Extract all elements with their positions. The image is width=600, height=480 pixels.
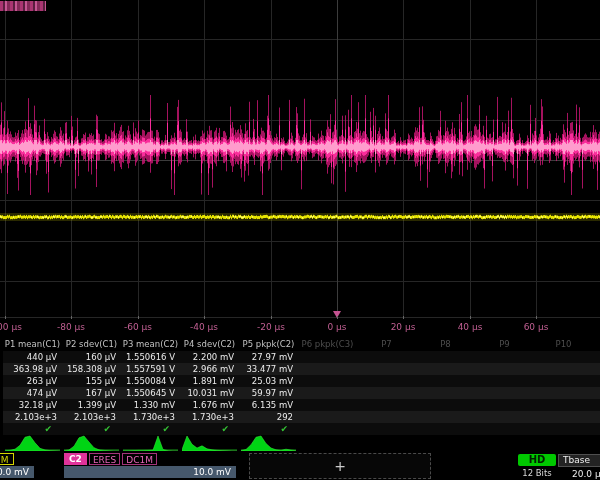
- channel-c2-descriptor[interactable]: C2 ERESDC1M 10.0 mV: [64, 453, 236, 479]
- measure-value-cell: 1.550616 V: [121, 351, 180, 363]
- histicon-cell: [416, 434, 475, 452]
- hd-mode-badge[interactable]: HD 12 Bits: [518, 454, 556, 478]
- measure-column-header[interactable]: P6 pkpk(C3): [298, 338, 357, 351]
- measure-value-cell: [593, 363, 600, 375]
- measure-value-cell: [416, 411, 475, 423]
- measure-column-header[interactable]: P5 pkpk(C2): [239, 338, 298, 351]
- measure-value-cell: [357, 411, 416, 423]
- histicon-row: [3, 434, 600, 452]
- histicon-chart: [123, 434, 178, 451]
- channel-c1-scale[interactable]: 10.0 mV: [0, 466, 34, 478]
- channel-c2-tag[interactable]: DC1M: [122, 453, 157, 465]
- measure-value-cell: 1.557591 V: [121, 363, 180, 375]
- measure-value-cell: [298, 351, 357, 363]
- measure-column-header[interactable]: P4 sdev(C2): [180, 338, 239, 351]
- measure-column-header[interactable]: P10: [534, 338, 593, 351]
- measure-value-cell: [475, 399, 534, 411]
- waveform-graticule[interactable]: [0, 0, 600, 318]
- histicon-cell: [475, 434, 534, 452]
- histicon-cell[interactable]: [180, 434, 239, 452]
- measure-value-cell: 2.966 mV: [180, 363, 239, 375]
- measure-value-cell: 1.550645 V: [121, 387, 180, 399]
- measure-value-cell: 59.97 mV: [239, 387, 298, 399]
- measure-column-header[interactable]: P1 mean(C1): [3, 338, 62, 351]
- histicon-cell[interactable]: [239, 434, 298, 452]
- measure-value-cell: 158.308 µV: [62, 363, 121, 375]
- channel-c2-scale[interactable]: 10.0 mV: [64, 466, 236, 478]
- histicon-cell: [298, 434, 357, 452]
- measure-column-header[interactable]: P11: [593, 338, 600, 351]
- timebase-label: Tbase: [558, 454, 600, 467]
- time-axis-label: 40 µs: [458, 322, 483, 332]
- measure-value-cell: [298, 387, 357, 399]
- measure-value-cell: [534, 363, 593, 375]
- measure-value-cell: 440 µV: [3, 351, 62, 363]
- measure-value-cell: [416, 363, 475, 375]
- measure-value-cell: [475, 363, 534, 375]
- unreadable-trace-label-badge: [0, 1, 46, 11]
- measure-value-cell: [416, 375, 475, 387]
- timebase-descriptor[interactable]: Tbase 20.0 µs: [558, 454, 600, 480]
- measure-value-cell: [534, 375, 593, 387]
- measure-value-cell: 155 µV: [62, 375, 121, 387]
- channel-c2-badge[interactable]: C2: [64, 453, 87, 465]
- add-trace-button[interactable]: +: [249, 453, 431, 479]
- measure-value-cell: [475, 387, 534, 399]
- time-axis-tick: [470, 316, 471, 319]
- measure-value-cell: 1.399 µV: [62, 399, 121, 411]
- time-axis-label: -40 µs: [190, 322, 218, 332]
- channel-c1-header: C1 DC1M: [0, 453, 34, 465]
- measure-value-cell: [593, 387, 600, 399]
- measure-value-cell: 10.031 mV: [180, 387, 239, 399]
- histicon-cell[interactable]: [121, 434, 180, 452]
- measure-value-cell: 263 µV: [3, 375, 62, 387]
- histicon-cell: [534, 434, 593, 452]
- timebase-axis: -100 µs-80 µs-60 µs-40 µs-20 µs0 µs20 µs…: [0, 318, 600, 338]
- time-axis-label: -80 µs: [57, 322, 85, 332]
- measure-column-header[interactable]: P9: [475, 338, 534, 351]
- time-axis-label: 0 µs: [327, 322, 346, 332]
- oscilloscope-screen: -100 µs-80 µs-60 µs-40 µs-20 µs0 µs20 µs…: [0, 0, 600, 480]
- measure-value-row: 363.98 µV158.308 µV1.557591 V2.966 mV33.…: [3, 363, 600, 375]
- measure-value-cell: [357, 399, 416, 411]
- timebase-value: 20.0 µs: [558, 468, 600, 480]
- histicon-cell[interactable]: [62, 434, 121, 452]
- histicon-cell: [593, 434, 600, 452]
- histicon-cell[interactable]: [3, 434, 62, 452]
- measure-value-cell: [534, 387, 593, 399]
- measure-value-cell: 27.97 mV: [239, 351, 298, 363]
- histicon-chart: [241, 434, 296, 451]
- measure-value-row: 263 µV155 µV1.550084 V1.891 mV25.03 mV: [3, 375, 600, 387]
- time-axis-tick: [204, 316, 205, 319]
- hd-bits-label: 12 Bits: [518, 468, 556, 478]
- measure-value-cell: [593, 375, 600, 387]
- measure-value-cell: [593, 399, 600, 411]
- measure-value-cell: 292: [239, 411, 298, 423]
- channel-c1-coupling[interactable]: DC1M: [0, 453, 14, 465]
- measure-column-header[interactable]: P2 sdev(C1): [62, 338, 121, 351]
- measure-value-cell: 2.103e+3: [3, 411, 62, 423]
- measure-column-header[interactable]: P3 mean(C2): [121, 338, 180, 351]
- measure-value-cell: [593, 351, 600, 363]
- measure-value-cell: 167 µV: [62, 387, 121, 399]
- measure-value-cell: [593, 411, 600, 423]
- measure-value-cell: [298, 411, 357, 423]
- histicon-chart: [64, 434, 119, 451]
- measure-column-header[interactable]: P8: [416, 338, 475, 351]
- measure-value-cell: [534, 411, 593, 423]
- measure-value-cell: 33.477 mV: [239, 363, 298, 375]
- measure-value-cell: 1.891 mV: [180, 375, 239, 387]
- channel-c2-tag[interactable]: ERES: [89, 453, 120, 465]
- time-axis-tick: [536, 316, 537, 319]
- channel-c1-descriptor[interactable]: C1 DC1M 10.0 mV: [0, 453, 34, 479]
- measure-value-cell: [298, 363, 357, 375]
- channel-c2-header: C2 ERESDC1M: [64, 453, 236, 465]
- measure-value-cell: 25.03 mV: [239, 375, 298, 387]
- measure-value-cell: [357, 363, 416, 375]
- measure-value-cell: [416, 351, 475, 363]
- measure-column-header[interactable]: P7: [357, 338, 416, 351]
- waveform-traces[interactable]: [0, 0, 600, 318]
- time-axis-tick: [403, 316, 404, 319]
- measure-value-cell: 1.550084 V: [121, 375, 180, 387]
- measure-value-row: 474 µV167 µV1.550645 V10.031 mV59.97 mV: [3, 387, 600, 399]
